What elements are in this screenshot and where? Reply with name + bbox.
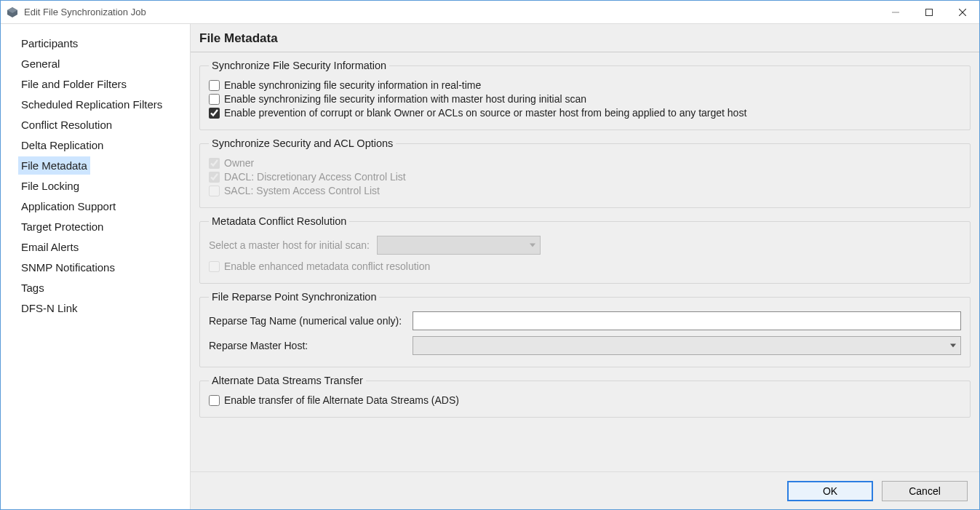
window-controls bbox=[879, 1, 979, 24]
checkbox-sync-prev-input[interactable] bbox=[209, 108, 220, 119]
checkbox-sync-prev[interactable]: Enable prevention of corrupt or blank Ow… bbox=[209, 107, 961, 119]
checkbox-mcr-enhanced-input bbox=[209, 261, 220, 272]
mcr-master-label: Select a master host for initial scan: bbox=[209, 239, 370, 251]
checkbox-dacl-input bbox=[209, 172, 220, 183]
checkbox-sync-prev-label: Enable prevention of corrupt or blank Ow… bbox=[224, 107, 746, 119]
checkbox-sync-rt-input[interactable] bbox=[209, 80, 220, 91]
checkbox-dacl: DACL: Discretionary Access Control List bbox=[209, 171, 961, 183]
ok-button[interactable]: OK bbox=[787, 481, 873, 501]
close-button[interactable] bbox=[946, 1, 979, 24]
reparse-tag-input[interactable] bbox=[413, 311, 961, 330]
mcr-master-select bbox=[377, 236, 541, 255]
group-mcr: Metadata Conflict Resolution Select a ma… bbox=[199, 215, 971, 284]
sidebar-item-scheduled-replication-filters[interactable]: Scheduled Replication Filters bbox=[18, 95, 165, 113]
checkbox-sacl: SACL: System Access Control List bbox=[209, 185, 961, 196]
checkbox-owner-label: Owner bbox=[224, 157, 254, 169]
window-title: Edit File Synchronization Job bbox=[24, 7, 146, 17]
app-icon bbox=[7, 7, 18, 18]
group-mcr-legend: Metadata Conflict Resolution bbox=[209, 215, 349, 227]
sidebar-item-file-metadata[interactable]: File Metadata bbox=[18, 156, 90, 175]
checkbox-sacl-label: SACL: System Access Control List bbox=[224, 185, 380, 196]
chevron-down-icon bbox=[530, 244, 535, 247]
sidebar-item-email-alerts[interactable]: Email Alerts bbox=[18, 238, 81, 256]
svg-rect-3 bbox=[926, 9, 933, 15]
sidebar-item-dfsn-link[interactable]: DFS-N Link bbox=[18, 299, 81, 317]
group-ads-legend: Alternate Data Streams Transfer bbox=[209, 375, 366, 386]
page-title: File Metadata bbox=[191, 24, 979, 52]
reparse-tag-label: Reparse Tag Name (numerical value only): bbox=[209, 315, 413, 327]
reparse-host-label: Reparse Master Host: bbox=[209, 340, 413, 351]
checkbox-owner: Owner bbox=[209, 157, 961, 169]
sidebar-item-file-folder-filters[interactable]: File and Folder Filters bbox=[18, 75, 130, 93]
checkbox-mcr-enhanced: Enable enhanced metadata conflict resolu… bbox=[209, 260, 961, 272]
maximize-button[interactable] bbox=[912, 1, 946, 24]
sidebar-item-delta-replication[interactable]: Delta Replication bbox=[18, 136, 106, 154]
group-reparse-legend: File Reparse Point Synchronization bbox=[209, 291, 379, 303]
button-bar: OK Cancel bbox=[191, 471, 979, 509]
group-sync-security: Synchronize File Security Information En… bbox=[199, 60, 971, 130]
checkbox-sync-rt[interactable]: Enable synchronizing file security infor… bbox=[209, 79, 961, 91]
checkbox-owner-input bbox=[209, 158, 220, 169]
group-acl-legend: Synchronize Security and ACL Options bbox=[209, 138, 396, 149]
sidebar-item-snmp-notifications[interactable]: SNMP Notifications bbox=[18, 258, 118, 276]
checkbox-sacl-input bbox=[209, 186, 220, 196]
sidebar-item-general[interactable]: General bbox=[18, 55, 63, 73]
sidebar-item-conflict-resolution[interactable]: Conflict Resolution bbox=[18, 116, 115, 134]
chevron-down-icon bbox=[950, 344, 956, 348]
group-ads: Alternate Data Streams Transfer Enable t… bbox=[199, 375, 971, 418]
minimize-button[interactable] bbox=[879, 1, 912, 24]
checkbox-ads-enable[interactable]: Enable transfer of file Alternate Data S… bbox=[209, 394, 961, 406]
sidebar-item-target-protection[interactable]: Target Protection bbox=[18, 218, 106, 236]
group-reparse: File Reparse Point Synchronization Repar… bbox=[199, 291, 971, 367]
group-acl: Synchronize Security and ACL Options Own… bbox=[199, 138, 971, 208]
checkbox-sync-rt-label: Enable synchronizing file security infor… bbox=[224, 79, 481, 91]
checkbox-ads-enable-input[interactable] bbox=[209, 395, 220, 406]
checkbox-sync-init-input[interactable] bbox=[209, 94, 220, 105]
cancel-button[interactable]: Cancel bbox=[882, 481, 968, 501]
checkbox-sync-init[interactable]: Enable synchronizing file security infor… bbox=[209, 93, 961, 105]
sidebar-item-tags[interactable]: Tags bbox=[18, 279, 47, 297]
sidebar-item-file-locking[interactable]: File Locking bbox=[18, 177, 82, 195]
group-sync-security-legend: Synchronize File Security Information bbox=[209, 60, 389, 71]
sidebar: Participants General File and Folder Fil… bbox=[1, 24, 190, 509]
checkbox-ads-enable-label: Enable transfer of file Alternate Data S… bbox=[224, 394, 459, 406]
checkbox-mcr-enhanced-label: Enable enhanced metadata conflict resolu… bbox=[224, 260, 430, 272]
sidebar-item-application-support[interactable]: Application Support bbox=[18, 197, 119, 215]
content-area: Synchronize File Security Information En… bbox=[191, 52, 979, 471]
checkbox-sync-init-label: Enable synchronizing file security infor… bbox=[224, 93, 586, 105]
reparse-host-select[interactable] bbox=[413, 336, 961, 355]
main-panel: File Metadata Synchronize File Security … bbox=[190, 24, 979, 509]
titlebar: Edit File Synchronization Job bbox=[1, 1, 979, 24]
sidebar-item-participants[interactable]: Participants bbox=[18, 34, 81, 52]
checkbox-dacl-label: DACL: Discretionary Access Control List bbox=[224, 171, 406, 183]
